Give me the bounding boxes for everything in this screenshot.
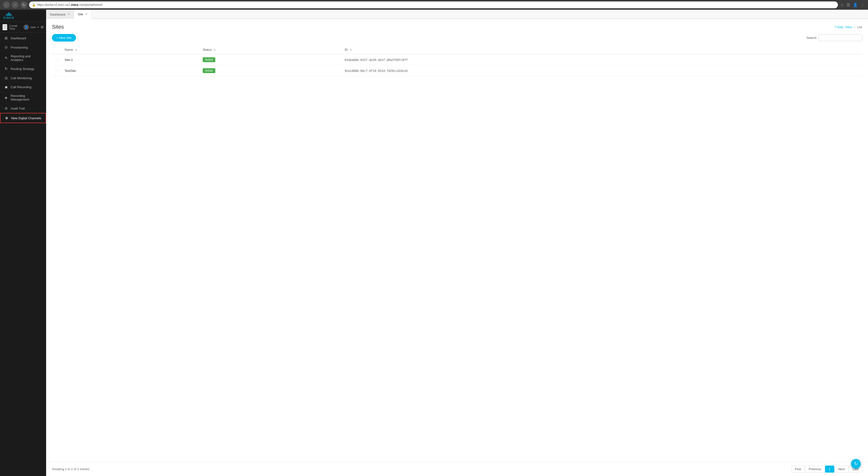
row-id-1: 92a14866-66c7-4f19-921d-7d29ccd2dce5 — [342, 65, 862, 76]
id-sort-icon[interactable]: ⇅ — [349, 48, 352, 51]
hamburger-menu[interactable]: ☰ — [2, 24, 7, 30]
call-monitoring-icon: ◎ — [4, 76, 8, 80]
sidebar-item-label-recording-mgmt: Recording Management — [11, 94, 42, 101]
logo-bar-2 — [7, 13, 8, 16]
row-name-1: TestSite — [62, 65, 199, 76]
sidebar-item-recording-mgmt[interactable]: ◈ Recording Management — [0, 92, 46, 104]
extensions-icon[interactable]: ☰ — [846, 2, 850, 8]
menu-icon[interactable]: ⋮ — [860, 2, 865, 8]
avatar: 👤 — [24, 25, 29, 30]
status-header[interactable]: Status ⇅ — [200, 46, 342, 54]
sidebar-item-provisioning[interactable]: ⊙ Provisioning ˂ — [0, 43, 46, 52]
status-badge-0: Active — [203, 57, 216, 62]
logo-bar-1 — [6, 14, 7, 16]
sidebar-item-label-dashboard: Dashboard — [11, 36, 42, 40]
profile-icon[interactable]: 👤 — [852, 2, 858, 8]
name-header[interactable]: Name ⇅ — [62, 46, 199, 54]
cisco-logo: CISCO — [3, 12, 14, 19]
table-head: Name ⇅ Status ⇅ ID ⇅ — [52, 46, 862, 54]
sidebar-item-reporting[interactable]: ✎ Reporting and Analytics — [0, 52, 46, 64]
pagination: First Previous 1 Next Last — [791, 466, 862, 473]
url-prefix: https://portal-v2.wxcc-us1. — [37, 3, 71, 6]
table-header-row: Name ⇅ Status ⇅ ID ⇅ — [52, 46, 862, 54]
cisco-logo-bars — [6, 12, 12, 16]
routing-icon: ↻ — [4, 66, 8, 71]
previous-page-button[interactable]: Previous — [805, 466, 825, 473]
back-button[interactable]: ← — [3, 1, 10, 8]
table-body: ··· Site-1 Active 63aba6bb-015f-4e29-ab1… — [52, 54, 862, 76]
reload-button[interactable]: ↻ — [21, 1, 27, 8]
id-value-1: 92a14866-66c7-4f19-921d-7d29ccd2dce5 — [345, 69, 408, 72]
breadcrumb-sites[interactable]: Sites — [845, 25, 852, 29]
logo-bar-3 — [8, 12, 9, 16]
row-name-0: Site-1 — [62, 54, 199, 65]
forward-button[interactable]: → — [12, 1, 19, 8]
row-actions-0[interactable]: ··· — [52, 54, 62, 65]
sidebar-nav: ⊞ Dashboard ⊙ Provisioning ˂ ✎ Reporting… — [0, 33, 46, 476]
url-bar[interactable]: 🔒 https://portal-v2.wxcc-us1.cisco.com/p… — [29, 1, 838, 8]
refresh-fab[interactable]: ↻ — [851, 459, 861, 469]
cisco-logo-text: CISCO — [3, 16, 14, 19]
id-header-label: ID — [345, 48, 348, 52]
new-site-button[interactable]: + New Site — [52, 34, 76, 41]
sidebar-item-label-new-digital: New Digital Channels — [11, 116, 42, 120]
provisioning-icon: ⊙ — [4, 45, 8, 50]
sidebar-item-label-audit-trail: Audit Trail — [11, 107, 42, 110]
search-area: Search — [807, 34, 862, 41]
name-sort-icon[interactable]: ⇅ — [75, 48, 77, 51]
page-title: Sites — [52, 24, 64, 30]
tab-bar: Dashboard ✕ Site ✕ — [46, 10, 868, 19]
browser-chrome: ← → ↻ 🔒 https://portal-v2.wxcc-us1.cisco… — [0, 0, 868, 10]
actions-header — [52, 46, 62, 54]
sidebar: CISCO ☰ | Local Time 👤 User ▾ ⚙ ⊞ Dashbo… — [0, 10, 46, 476]
status-sort-icon[interactable]: ⇅ — [213, 48, 216, 51]
new-site-button-label: + New Site — [56, 36, 72, 39]
sidebar-item-label-provisioning: Provisioning — [11, 46, 39, 49]
sidebar-item-routing[interactable]: ↻ Routing Strategy — [0, 64, 46, 73]
id-header[interactable]: ID ⇅ — [342, 46, 862, 54]
sidebar-item-label-call-recording: Call Recording — [11, 85, 42, 89]
id-value-0: 63aba6bb-015f-4e29-ab1f-d0a37b9fc87f — [345, 58, 408, 62]
table-footer: Showing 1 to 2 of 2 entries First Previo… — [46, 462, 868, 476]
current-page-button[interactable]: 1 — [825, 466, 834, 473]
bookmark-icon[interactable]: ☆ — [840, 2, 844, 8]
row-menu-icon-1[interactable]: ··· — [55, 68, 59, 72]
dashboard-icon: ⊞ — [4, 36, 8, 40]
content-inner: Sites ? Help Sites › List + New Site — [46, 19, 868, 462]
help-link[interactable]: ? Help — [835, 25, 843, 29]
new-digital-icon: ⊕ — [4, 116, 9, 120]
breadcrumb-list: List — [857, 25, 862, 29]
main-area: Dashboard ✕ Site ✕ Sites ? Help — [46, 10, 868, 476]
help-label: Help — [837, 25, 843, 29]
table-row: ··· Site-1 Active 63aba6bb-015f-4e29-ab1… — [52, 54, 862, 65]
tab-dashboard[interactable]: Dashboard ✕ — [46, 10, 74, 19]
settings-icon[interactable]: ⚙ — [40, 25, 44, 29]
recording-mgmt-icon: ◈ — [4, 95, 8, 100]
page-header-row: Sites ? Help Sites › List — [52, 24, 862, 30]
tab-dashboard-label: Dashboard — [50, 12, 65, 16]
first-page-button[interactable]: First — [791, 466, 805, 473]
sidebar-item-new-digital[interactable]: ⊕ New Digital Channels — [0, 113, 46, 123]
search-input[interactable] — [818, 34, 862, 41]
sidebar-item-call-recording[interactable]: ⏺ Call Recording — [0, 83, 46, 92]
row-id-0: 63aba6bb-015f-4e29-ab1f-d0a37b9fc87f — [342, 54, 862, 65]
next-page-button[interactable]: Next — [835, 466, 848, 473]
audit-trail-icon: ⊖ — [4, 106, 8, 111]
breadcrumb-separator: › — [854, 25, 855, 29]
chevron-right-icon: ˂ — [41, 46, 42, 49]
tab-site-label: Site — [78, 12, 83, 16]
tab-site-close[interactable]: ✕ — [85, 12, 88, 16]
sidebar-item-label-reporting: Reporting and Analytics — [11, 54, 42, 62]
url-suffix: .com/portal/home# — [79, 3, 102, 6]
sidebar-item-call-monitoring[interactable]: ◎ Call Monitoring — [0, 73, 46, 83]
row-actions-1[interactable]: ··· — [52, 65, 62, 76]
tab-site[interactable]: Site ✕ — [74, 10, 92, 19]
logo-bar-5 — [11, 14, 12, 16]
sidebar-item-audit-trail[interactable]: ⊖ Audit Trail — [0, 104, 46, 113]
row-status-0: Active — [200, 54, 342, 65]
row-menu-icon-0[interactable]: ··· — [55, 58, 59, 62]
sidebar-item-dashboard[interactable]: ⊞ Dashboard — [0, 33, 46, 43]
status-badge-1: Active — [203, 68, 216, 73]
tab-dashboard-close[interactable]: ✕ — [67, 13, 70, 16]
sidebar-top-bar: CISCO — [0, 10, 46, 22]
